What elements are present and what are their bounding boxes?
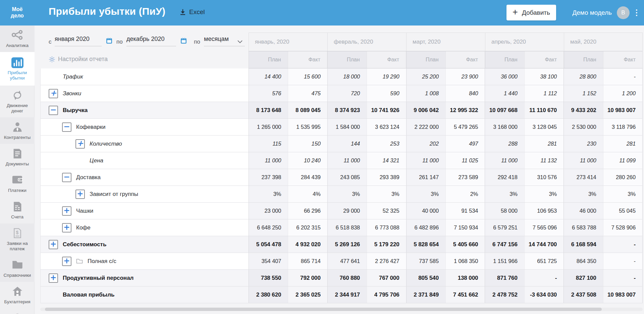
- sidebar-item-analytics[interactable]: Аналитика: [0, 25, 35, 52]
- month-header-row: январь, 2020февраль, 2020март, 2020апрел…: [249, 33, 643, 51]
- kebab-menu-icon[interactable]: [635, 7, 639, 18]
- avatar[interactable]: В: [617, 6, 630, 19]
- sidebar-item-label: Прибыли убытки: [8, 70, 27, 81]
- sidebar-item-documents[interactable]: Документы: [0, 144, 35, 170]
- value-cell-fact: 7 150 934: [446, 219, 485, 236]
- sidebar-item-bar-chart[interactable]: Прибыли убытки: [0, 52, 35, 86]
- value-cell-plan: 6 583 788: [564, 219, 603, 236]
- settings-label: Настройки отчета: [58, 56, 108, 63]
- value-cell-fact: 280 260: [603, 169, 643, 186]
- value-cell-plan: 2 437 508: [564, 286, 603, 303]
- value-cell-fact: 10 741 926: [367, 102, 406, 118]
- account-name[interactable]: Демо модель: [572, 9, 612, 16]
- payment-request-icon: $: [1, 228, 34, 239]
- value-cell-plan: 144: [328, 136, 367, 152]
- value-cell-plan: 3%: [328, 186, 367, 202]
- expand-button[interactable]: +: [75, 139, 85, 149]
- sidebar-item-counterparty[interactable]: Контрагенты: [0, 117, 35, 144]
- value-cell-fact: 15 600: [288, 68, 327, 85]
- expand-button[interactable]: +: [49, 240, 58, 249]
- collapse-button[interactable]: −: [62, 122, 71, 132]
- value-cell-fact: 792 000: [288, 270, 327, 286]
- table-row: Валовая прибыль2 380 6202 365 0252 344 9…: [41, 286, 643, 303]
- expand-button[interactable]: +: [49, 273, 58, 283]
- sidebar-item-accounting[interactable]: Бухгалтерия: [0, 282, 35, 308]
- subheader-cell-plan: План: [406, 51, 446, 68]
- calendar-icon-to[interactable]: [180, 38, 187, 44]
- row-label: Цена: [90, 157, 103, 164]
- account-area: Демо модель В: [572, 0, 639, 25]
- svg-text:?: ?: [15, 313, 19, 314]
- sidebar-item-payment-request[interactable]: $Заявки на платеж: [0, 223, 35, 255]
- sidebar: АналитикаПрибыли убыткиДвижение денегКон…: [0, 25, 35, 314]
- sidebar-item-wallet[interactable]: Платежи: [0, 170, 35, 197]
- value-cell-plan: 760 880: [328, 270, 367, 286]
- value-cell-plan: 58 000: [485, 203, 524, 219]
- chevron-down-icon[interactable]: [237, 40, 243, 43]
- row-label: Кофеварки: [76, 124, 105, 130]
- value-cell-plan: 25 200: [407, 68, 446, 85]
- folder-icon: [1, 260, 34, 271]
- to-label: по: [116, 39, 123, 45]
- row-label: Себестоимость: [63, 241, 106, 248]
- value-cell-plan: 18 000: [328, 68, 367, 85]
- sidebar-item-label: Счета: [11, 214, 23, 219]
- subheader-cell-fact: Факт: [603, 51, 643, 68]
- value-cell-fact: 150: [288, 136, 327, 152]
- value-cell-plan: 5 054 478: [249, 236, 288, 253]
- value-cell-fact: 55 045: [603, 203, 643, 219]
- value-cell-fact: 11 099: [603, 152, 643, 169]
- value-cell-plan: 8 173 648: [249, 102, 288, 118]
- value-cell-plan: 288: [485, 136, 524, 152]
- value-cell-plan: 5 269 126: [328, 236, 367, 253]
- value-cell-plan: 11 000: [485, 152, 524, 169]
- expand-button[interactable]: +: [75, 190, 85, 199]
- value-cell-plan: 23 000: [249, 203, 288, 219]
- table-row: +Количество11515014425320249728828123028…: [41, 136, 643, 152]
- sidebar-item-folder[interactable]: Справочники: [0, 255, 35, 282]
- horizontal-scrollbar-track: [40, 308, 643, 311]
- value-cell-plan: 6 482 896: [407, 219, 446, 236]
- collapse-button[interactable]: −: [62, 173, 71, 182]
- sidebar-item-money-flow[interactable]: Движение денег: [0, 86, 35, 117]
- value-cell-plan: 1 265 000: [249, 119, 288, 135]
- documents-icon: [1, 148, 34, 160]
- money-flow-icon: [1, 90, 34, 101]
- calendar-icon-from[interactable]: [106, 38, 112, 44]
- excel-export-button[interactable]: Excel: [179, 8, 205, 16]
- value-cell-plan: 11 000: [249, 152, 288, 169]
- expand-button[interactable]: +: [62, 206, 71, 216]
- value-cell-plan: 6 648 250: [249, 219, 288, 236]
- value-cell-fact: 284 439: [288, 169, 327, 186]
- date-to-input[interactable]: декабрь 2020: [126, 36, 176, 46]
- row-label-cell: +Чашки: [41, 203, 249, 219]
- add-button[interactable]: + Добавить: [506, 5, 556, 20]
- value-cell-fact: 2 365 025: [288, 286, 327, 303]
- app-logo[interactable]: Моё дело: [0, 6, 35, 19]
- report-settings-button[interactable]: Настройки отчета: [49, 56, 108, 63]
- date-from-input[interactable]: января 2020: [55, 36, 102, 46]
- expand-button[interactable]: +: [62, 223, 71, 232]
- subheader-cell-fact: Факт: [288, 51, 328, 68]
- value-cell-fact: -: [525, 270, 564, 286]
- expand-button[interactable]: +: [62, 257, 71, 266]
- value-cell-plan: 1 008: [407, 85, 446, 102]
- expand-button[interactable]: +: [49, 89, 58, 98]
- month-header-cell: февраль, 2020: [327, 33, 406, 51]
- svg-text:$: $: [16, 230, 18, 235]
- value-cell-plan: 28 800: [564, 68, 603, 85]
- value-cell-fact: 8 089 045: [288, 102, 327, 118]
- sidebar-item-invoice[interactable]: Счета: [0, 197, 35, 223]
- plan-fact-header-row: ПланФактПланФактПланФактПланФактПланФакт: [249, 51, 643, 68]
- horizontal-scrollbar-thumb[interactable]: [45, 308, 602, 311]
- collapse-button[interactable]: −: [49, 106, 58, 115]
- sidebar-item-education[interactable]: ?Обучение: [0, 308, 35, 314]
- sidebar-item-label: Заявки на платеж: [7, 241, 28, 251]
- value-cell-plan: 1 440: [485, 85, 524, 102]
- value-cell-fact: 23 900: [446, 68, 485, 85]
- value-cell-fact: 14 321: [367, 152, 406, 169]
- value-cell-fact: 7 451 662: [446, 286, 485, 303]
- value-cell-plan: 1 152: [564, 85, 603, 102]
- value-cell-plan: 2 530 000: [564, 119, 603, 135]
- counterparty-icon: [1, 122, 34, 133]
